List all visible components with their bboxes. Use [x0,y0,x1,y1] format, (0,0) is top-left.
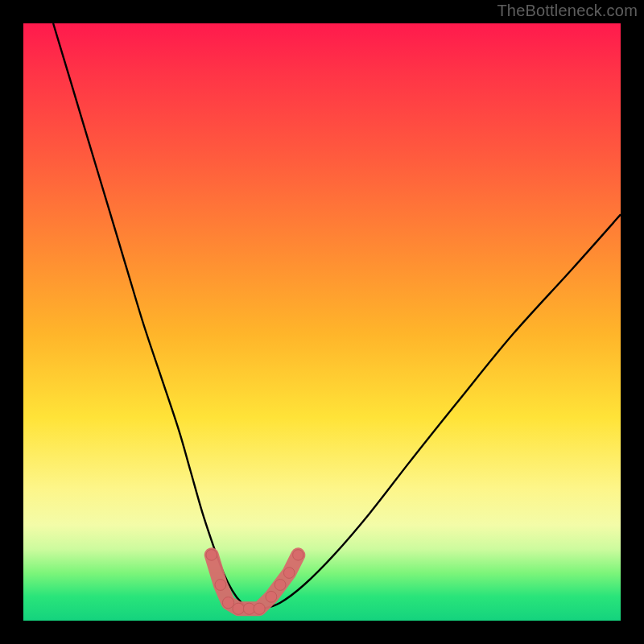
curve-marker [222,597,233,609]
curve-marker [266,591,277,602]
watermark-text: TheBottleneck.com [497,2,638,20]
chart-frame: TheBottleneck.com [0,0,644,644]
curve-marker [206,550,217,561]
curve-marker [293,550,303,560]
curve-marker [233,603,244,614]
curve-marker [275,580,286,591]
curve-marker [243,603,254,614]
curve-marker [283,568,295,579]
curve-marker [215,580,226,591]
curve-markers [206,550,303,615]
curve-marker [254,603,265,614]
chart-svg [23,23,621,621]
bottleneck-curve [53,23,621,609]
plot-area [23,23,621,621]
